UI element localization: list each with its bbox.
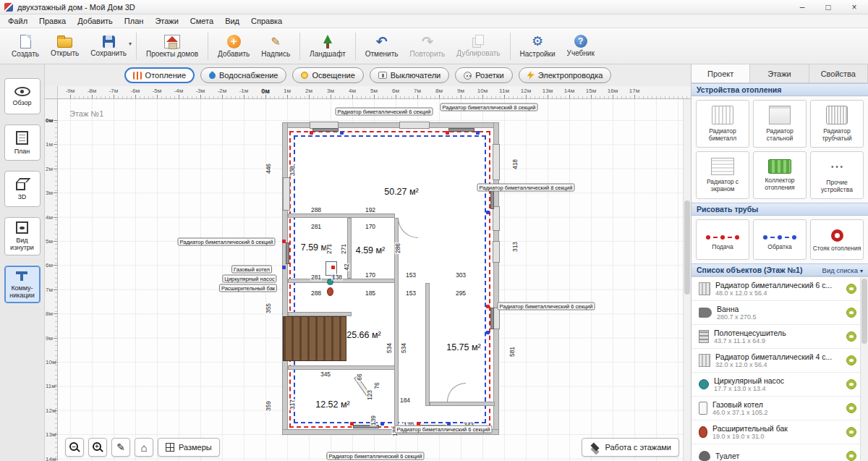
sidebar-item-eye[interactable]: Обзор	[4, 78, 41, 114]
toolbar-button-house[interactable]: Проекты домов	[140, 30, 204, 62]
menu-item-4[interactable]: План	[119, 16, 150, 26]
device-card-label: Радиатор с экраном	[698, 179, 747, 193]
dimension-label: 153	[405, 272, 417, 279]
object-list-item[interactable]: Газовый котел46.0 x 37.1 x 105.2	[692, 397, 868, 420]
dimension-label: 317	[289, 399, 296, 410]
menu-item-7[interactable]: Вид	[219, 16, 245, 26]
device-card[interactable]: Радиатор трубчатый	[810, 100, 864, 148]
menu-item-5[interactable]: Этажи	[149, 16, 184, 26]
visibility-eye-icon[interactable]	[846, 451, 856, 461]
device-card[interactable]: Радиатор стальной	[753, 100, 807, 148]
visibility-eye-icon[interactable]	[846, 403, 856, 413]
pipe-card-return[interactable]: Обратка	[753, 219, 807, 260]
scrollbar-thumb[interactable]	[684, 200, 690, 295]
sidebar-item-interior[interactable]: Вид изнутри	[4, 217, 41, 255]
comm-tab-water[interactable]: Водоснабжение	[200, 67, 286, 83]
object-list-item[interactable]: Радиатор биметаллический 4 с...32.0 x 12…	[692, 349, 868, 373]
toolbar-button-new-doc[interactable]: Создать	[6, 30, 45, 62]
minimize-button[interactable]: –	[791, 2, 813, 12]
pipe-card-riser[interactable]: Стояк отопления	[810, 219, 864, 260]
comm-tab-heating[interactable]: Отопление	[124, 67, 195, 83]
plan-canvas[interactable]: Этаж №1 50.27 м²7.59 м²	[58, 99, 691, 461]
toolbar-button-tree[interactable]: Ландшафт	[304, 30, 352, 62]
list-view-button[interactable]: Вид списка	[822, 266, 863, 274]
floors-button-label: Работа с этажами	[605, 443, 672, 452]
home-button[interactable]	[135, 438, 153, 457]
device-card[interactable]: Прочие устройства	[810, 151, 864, 199]
sidebar-item-plan[interactable]: План	[4, 124, 41, 161]
visibility-eye-icon[interactable]	[846, 308, 856, 318]
panel-tab-Свойства[interactable]: Свойства	[809, 64, 868, 83]
menu-item-8[interactable]: Справка	[245, 16, 288, 26]
toolbar-button-label: Настройки	[520, 50, 556, 58]
window-title: двухэтажный дом - Мой Дом 3D	[17, 3, 787, 12]
object-tag: Радиатор биметаллический 6 секций	[335, 108, 433, 116]
toolbar-button-plus[interactable]: Добавить	[212, 30, 255, 62]
communication-tabs: ОтоплениеВодоснабжениеОсвещениеВыключате…	[45, 64, 691, 86]
app-icon	[4, 3, 13, 12]
comm-tab-light[interactable]: Освещение	[292, 67, 363, 83]
cube-icon	[16, 182, 25, 190]
visibility-eye-icon[interactable]	[846, 284, 856, 294]
supply-pipe-icon	[706, 234, 739, 240]
menu-item-3[interactable]: Добавить	[72, 16, 119, 26]
toolbar-button-gear[interactable]: Настройки	[514, 30, 561, 62]
object-name: Туалет	[715, 452, 841, 460]
grid-icon	[166, 443, 174, 452]
visibility-eye-icon[interactable]	[846, 379, 856, 389]
plan-annotations: 50.27 м²7.59 м²4.59 м²25.66 м²15.75 м²12…	[58, 99, 691, 461]
sidebar-item-comm[interactable]: Комму-никации	[4, 266, 41, 303]
panel-tab-Проект[interactable]: Проект	[692, 64, 750, 83]
visibility-eye-icon[interactable]	[846, 331, 856, 342]
panel-tab-Этажи[interactable]: Этажи	[750, 64, 809, 83]
object-list-item[interactable]: Радиатор биметаллический 6 с...48.0 x 12…	[692, 277, 868, 301]
toolbar-button-folder[interactable]: Открыть	[45, 30, 85, 62]
dimension-label: 281	[310, 224, 322, 230]
dimension-label: 355	[265, 303, 272, 314]
device-card[interactable]: Радиатор биметалл	[696, 100, 749, 148]
object-list-item[interactable]: Циркулярный насос17.7 x 13.0 x 13.4	[692, 373, 868, 397]
device-card[interactable]: Радиатор с экраном	[696, 151, 749, 199]
toolbar-button-floppy[interactable]: Сохранить▾	[85, 30, 132, 62]
collector-icon	[768, 159, 791, 174]
save-dropdown-arrow[interactable]: ▾	[129, 41, 132, 47]
main-area: ОбзорПлан3DВид изнутриКомму-никации Отоп…	[0, 64, 868, 461]
object-list-item[interactable]: Ванна280.7 x 270.5	[692, 301, 868, 325]
sizes-button[interactable]: Размеры	[158, 438, 220, 457]
toolbar-button-help[interactable]: Учебник	[561, 30, 600, 62]
menu-item-1[interactable]: Файл	[2, 16, 33, 26]
toolbar-button-pencil[interactable]: Надпись	[255, 30, 296, 62]
zoom-in-button[interactable]	[88, 438, 107, 457]
close-button[interactable]: ×	[843, 2, 865, 12]
device-card-label: Коллектор отопления	[755, 177, 804, 191]
scrollbar-thumb[interactable]	[861, 279, 867, 344]
maximize-button[interactable]: □	[817, 2, 839, 12]
zoom-out-button[interactable]	[65, 438, 84, 457]
canvas-vertical-scrollbar[interactable]	[683, 99, 691, 461]
toolbar-button-undo[interactable]: Отменить	[359, 30, 404, 62]
object-list-item[interactable]: Расширительный бак19.0 x 19.0 x 31.0	[692, 420, 868, 444]
app-window: двухэтажный дом - Мой Дом 3D – □ × ФайлП…	[0, 0, 868, 461]
visibility-eye-icon[interactable]	[846, 427, 856, 437]
visibility-eye-icon[interactable]	[846, 355, 856, 365]
pipe-card-supply[interactable]: Подача	[696, 219, 749, 260]
object-tag: Циркулярный насос	[222, 275, 276, 283]
object-list-item[interactable]: Туалет	[692, 444, 868, 461]
object-list-item[interactable]: Полотенцесушитель43.7 x 11.1 x 64.9	[692, 325, 868, 349]
list-scrollbar[interactable]	[860, 277, 868, 461]
object-name: Расширительный бак	[712, 424, 841, 433]
toolbar-button-copy[interactable]: Дублировать	[451, 30, 506, 62]
toolbar-button-redo[interactable]: Повторить	[404, 30, 451, 62]
comm-tab-switch[interactable]: Выключатели	[370, 67, 449, 83]
sidebar-item-cube[interactable]: 3D	[4, 171, 41, 207]
section-header-pipes: Рисовать трубы	[692, 203, 868, 216]
device-card[interactable]: Коллектор отопления	[753, 151, 807, 199]
measure-button[interactable]	[111, 438, 130, 457]
menu-item-6[interactable]: Смета	[184, 16, 219, 26]
comm-tab-socket[interactable]: Розетки	[455, 67, 513, 83]
menu-item-2[interactable]: Правка	[33, 16, 72, 26]
comm-tab-wiring[interactable]: Электропроводка	[519, 67, 612, 83]
section-header-devices: Устройства отопления	[692, 83, 868, 96]
view-sidebar: ОбзорПлан3DВид изнутриКомму-никации	[0, 64, 45, 461]
floors-button[interactable]: Работа с этажами	[582, 438, 680, 457]
